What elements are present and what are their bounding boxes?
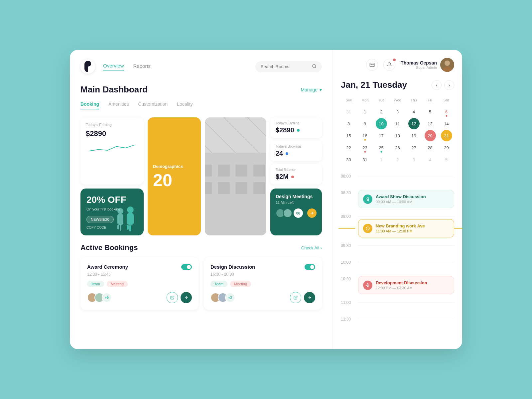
dm-title: Design Meetings	[276, 194, 317, 199]
section-header: Main Dashboard Manage ▾	[80, 84, 322, 95]
tab-booking[interactable]: Booking	[80, 101, 99, 109]
cal-prev-btn[interactable]: ‹	[432, 80, 442, 90]
avatar-image	[440, 58, 454, 72]
booking-2-header: Design Discussion	[210, 264, 315, 270]
booking-1-footer: +9	[87, 292, 192, 303]
booking-2-edit-btn[interactable]	[290, 292, 301, 303]
tab-customization[interactable]: Customization	[138, 101, 168, 109]
cal-date-15[interactable]: 15	[343, 130, 354, 141]
cal-date-17[interactable]: 17	[376, 130, 387, 141]
cal-date-2[interactable]: 2	[376, 106, 387, 117]
cal-date-23[interactable]: 23	[359, 142, 371, 153]
svg-point-6	[117, 208, 123, 214]
cal-date-21[interactable]: 21	[441, 130, 452, 141]
cal-date-5[interactable]: 5	[425, 106, 436, 117]
cal-date-31b[interactable]: 31	[359, 154, 371, 165]
notification-button[interactable]	[383, 59, 395, 71]
svg-rect-25	[253, 182, 265, 194]
event-new-branding[interactable]: New Branding work Ave 11:00 AM — 12:30 P…	[358, 219, 454, 237]
nav-overview[interactable]: Overview	[103, 63, 124, 70]
cal-date-25[interactable]: 25	[376, 142, 387, 153]
yellow-line-right	[454, 228, 462, 229]
dm-subtitle: 11 Min Left	[276, 200, 317, 204]
cal-date-16[interactable]: 16	[359, 130, 371, 141]
tab-amenities[interactable]: Amenities	[108, 101, 129, 109]
event-award-show[interactable]: Award Show Discussion 09:00 AM — 10:00 A…	[358, 190, 454, 208]
cal-date-29[interactable]: 29	[441, 142, 452, 153]
cal-date-3b[interactable]: 3	[408, 154, 420, 165]
cal-date-30[interactable]: 30	[343, 154, 354, 165]
cal-date-3[interactable]: 3	[392, 106, 403, 117]
dm-nav-btn[interactable]	[307, 208, 317, 218]
promo-card: 20% OFF On your first booking NEWBIE20 C…	[80, 189, 144, 235]
event-development[interactable]: Development Discussion 12:00 PM — 03:30 …	[358, 276, 454, 294]
bookings-grid: Award Ceremony 12:30 - 15:45 Team Meetin…	[80, 257, 322, 310]
branding-title: New Branding work Ave	[376, 223, 425, 228]
development-title: Development Discussion	[376, 280, 427, 285]
booking-1-nav-btn[interactable]	[181, 292, 192, 303]
booking-2-title: Design Discussion	[210, 264, 255, 270]
balance-dot	[291, 176, 294, 178]
promo-code: NEWBIE20	[86, 216, 114, 223]
search-bar[interactable]	[255, 61, 322, 72]
user-name: Thomas Gepsan	[401, 60, 437, 66]
cal-date-1b[interactable]: 1	[376, 154, 387, 165]
cal-date-14[interactable]: 14	[441, 118, 452, 129]
manage-button[interactable]: Manage ▾	[301, 87, 322, 92]
cal-date-28[interactable]: 28	[425, 142, 436, 153]
check-all-button[interactable]: Check All ›	[301, 245, 322, 250]
earning-chart	[86, 142, 138, 154]
earning-dot	[297, 129, 300, 132]
cal-date-6[interactable]: 6	[441, 106, 452, 117]
cal-date-20[interactable]: 20	[425, 130, 436, 141]
cal-date-11[interactable]: 11	[392, 118, 403, 129]
search-input[interactable]	[261, 64, 309, 69]
cal-date-1[interactable]: 1	[359, 106, 371, 117]
chevron-down-icon: ▾	[320, 87, 322, 92]
right-panel: Thomas Gepsan Super Admin Jan, 21 Tuesda…	[332, 50, 462, 349]
booking-2-toggle[interactable]	[305, 264, 315, 270]
logo[interactable]	[80, 59, 95, 74]
cal-date-4b[interactable]: 4	[425, 154, 436, 165]
bell-icon	[387, 62, 392, 67]
cal-date-2b[interactable]: 2	[392, 154, 403, 165]
cal-date-13[interactable]: 13	[425, 118, 436, 129]
cal-date-27[interactable]: 27	[408, 142, 420, 153]
tab-locality[interactable]: Locality	[177, 101, 193, 109]
svg-point-33	[445, 61, 450, 66]
booking-2-time: 16:30 - 20:00	[210, 272, 315, 277]
cal-date-8[interactable]: 8	[343, 118, 354, 129]
stat-earning: Today's Earning $2890	[270, 117, 322, 138]
cal-date-12[interactable]: 12	[408, 118, 420, 129]
nav-reports[interactable]: Reports	[133, 63, 151, 70]
bookings-dot	[286, 152, 288, 155]
booking-2-tags: Team Meeting	[210, 281, 315, 287]
mail-button[interactable]	[366, 59, 378, 71]
earning-value: $2890	[86, 129, 138, 138]
svg-rect-20	[236, 165, 248, 177]
demographics-value: 20	[153, 172, 196, 189]
avatar[interactable]	[440, 58, 454, 72]
time-1000: 10:00	[341, 259, 354, 265]
cal-next-btn[interactable]: ›	[444, 80, 454, 90]
cal-date-18[interactable]: 18	[392, 130, 403, 141]
cal-date-5b[interactable]: 5	[441, 154, 452, 165]
dm-footer: 08	[276, 208, 317, 218]
avatar-2	[283, 208, 292, 218]
cal-date-9[interactable]: 9	[359, 118, 371, 129]
cal-date-22[interactable]: 22	[343, 142, 354, 153]
cal-date-31a[interactable]: 31	[343, 106, 354, 117]
award-show-icon	[363, 195, 372, 204]
booking-2-nav-btn[interactable]	[304, 292, 315, 303]
calendar-header: Jan, 21 Tuesday ‹ ›	[341, 80, 454, 90]
tabs: Booking Amenities Customization Locality	[80, 101, 322, 109]
cal-date-26[interactable]: 26	[392, 142, 403, 153]
booking-1-edit-btn[interactable]	[167, 292, 178, 303]
svg-rect-19	[218, 165, 230, 177]
tag-team-1: Team	[87, 281, 104, 287]
cal-date-4[interactable]: 4	[408, 106, 420, 117]
svg-rect-22	[205, 182, 212, 194]
booking-1-toggle[interactable]	[181, 264, 192, 270]
cal-date-10[interactable]: 10	[376, 118, 387, 129]
cal-date-19[interactable]: 19	[408, 130, 420, 141]
